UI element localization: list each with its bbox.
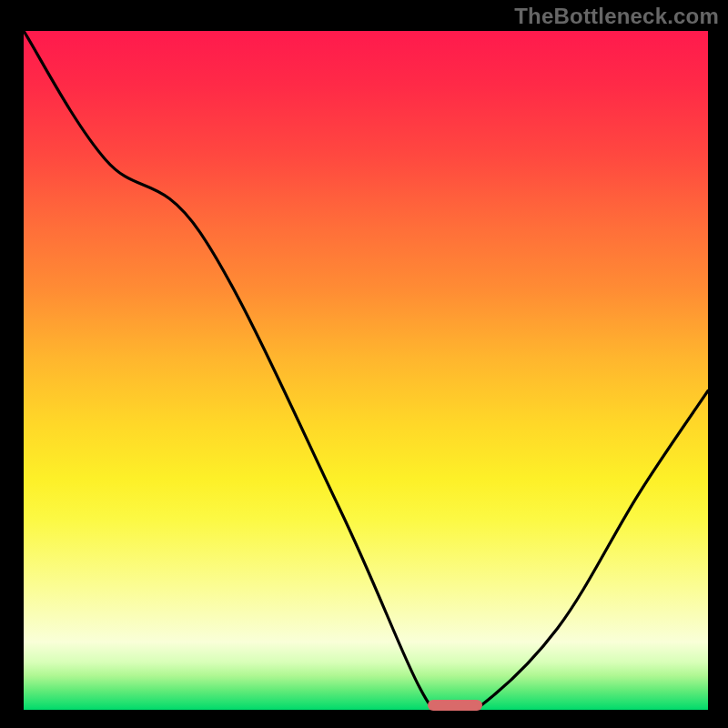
chart-plot-area [24, 31, 708, 710]
optimal-range-marker [428, 700, 482, 711]
curve-path [24, 31, 708, 710]
watermark-text: TheBottleneck.com [514, 4, 719, 29]
bottleneck-curve [24, 31, 708, 710]
